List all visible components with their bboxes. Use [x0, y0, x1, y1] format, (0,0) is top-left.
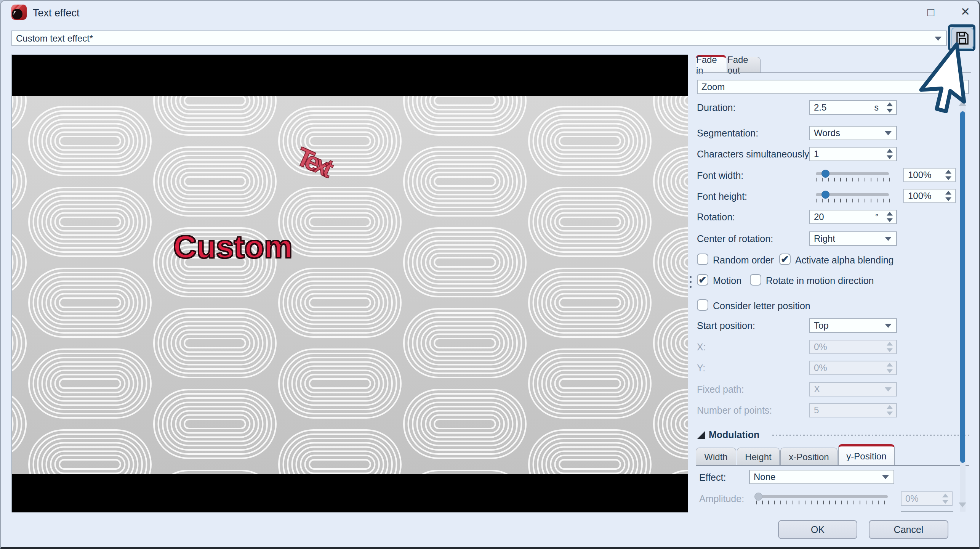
- x-spinner: 0%: [809, 340, 897, 354]
- preview-main-text: Custom: [173, 228, 293, 265]
- app-icon: [11, 5, 27, 20]
- chevron-down-icon: [885, 324, 892, 328]
- center-of-rotation-combobox[interactable]: Right: [809, 231, 897, 246]
- rotate-motion-checkbox[interactable]: [750, 274, 761, 286]
- amplitude-value: 0%: [905, 493, 919, 504]
- number-points-label: Number of points:: [697, 405, 772, 416]
- font-height-label: Font height:: [697, 191, 747, 202]
- scrollbar-thumb[interactable]: [960, 111, 965, 463]
- segmentation-value: Words: [814, 128, 840, 138]
- font-width-ticks: [816, 178, 890, 181]
- alpha-blending-label: Activate alpha blending: [795, 255, 894, 266]
- spinner-arrows-icon[interactable]: [887, 149, 893, 159]
- rotation-label: Rotation:: [697, 212, 735, 223]
- tab-height[interactable]: Height: [737, 448, 780, 466]
- tab-width[interactable]: Width: [696, 448, 736, 466]
- font-width-value: 100%: [908, 170, 931, 180]
- modulation-tab-strip-line: [696, 465, 969, 466]
- y-label: Y:: [697, 363, 705, 374]
- segmentation-combobox[interactable]: Words: [809, 126, 897, 140]
- maximize-icon[interactable]: □: [927, 6, 934, 18]
- font-height-slider-thumb[interactable]: [821, 191, 829, 199]
- characters-label: Characters simultaneously:: [697, 149, 812, 160]
- start-position-value: Top: [814, 320, 829, 331]
- close-icon[interactable]: ✕: [961, 6, 970, 18]
- y-value: 0%: [814, 363, 827, 373]
- fixed-path-value: X: [814, 384, 820, 395]
- font-height-spinner[interactable]: 100%: [903, 189, 956, 203]
- font-width-spinner[interactable]: 100%: [903, 168, 956, 182]
- spinner-arrows-icon: [942, 494, 948, 504]
- chevron-down-icon: [885, 131, 892, 135]
- splitter-handle[interactable]: [690, 276, 692, 288]
- letter-position-label: Consider letter position: [713, 300, 810, 311]
- chevron-down-icon: [885, 237, 892, 241]
- preset-value: Custom text effect*: [16, 33, 93, 44]
- tab-x-position[interactable]: x-Position: [780, 448, 837, 466]
- amplitude-label: Amplitude:: [699, 493, 744, 504]
- duration-label: Duration:: [697, 102, 735, 113]
- spinner-arrows-icon[interactable]: [945, 170, 951, 180]
- spinner-arrows-icon[interactable]: [887, 212, 893, 222]
- tab-fade-in[interactable]: Fade in: [696, 55, 726, 73]
- motion-checkbox[interactable]: ✔: [697, 274, 708, 286]
- modulation-dotted-line: [772, 435, 969, 436]
- collapse-triangle-icon[interactable]: [697, 431, 705, 439]
- fixed-path-combobox: X: [809, 382, 897, 396]
- x-value: 0%: [814, 342, 827, 352]
- cancel-button[interactable]: Cancel: [869, 520, 948, 539]
- modulation-header[interactable]: Modulation: [709, 429, 759, 440]
- tab-y-position[interactable]: y-Position: [838, 444, 895, 466]
- font-height-ticks: [816, 199, 890, 202]
- scrollbar-down-icon[interactable]: [959, 502, 966, 507]
- random-order-checkbox[interactable]: [697, 254, 708, 265]
- rotation-unit: °: [875, 212, 879, 222]
- fixed-path-label: Fixed path:: [697, 384, 744, 395]
- characters-value: 1: [814, 149, 819, 159]
- modulation-effect-label: Effect:: [699, 472, 726, 483]
- duration-value: 2.5: [814, 102, 826, 113]
- start-position-combobox[interactable]: Top: [809, 318, 897, 333]
- text-effect-dialog: Text effect □ ✕ Custom text effect*: [0, 0, 980, 549]
- amplitude-slider: [755, 495, 888, 498]
- ok-button[interactable]: OK: [778, 520, 857, 539]
- chevron-down-icon: [885, 387, 892, 392]
- spinner-arrows-icon[interactable]: [945, 191, 951, 201]
- rotation-spinner[interactable]: 20 °: [809, 210, 897, 224]
- center-of-rotation-value: Right: [814, 233, 835, 244]
- segmentation-label: Segmentation:: [697, 128, 758, 139]
- preset-combobox[interactable]: Custom text effect*: [11, 30, 947, 46]
- font-width-label: Font width:: [697, 170, 743, 181]
- letter-position-checkbox[interactable]: [697, 299, 708, 311]
- number-points-value: 5: [814, 405, 819, 416]
- modulation-effect-combobox[interactable]: None: [749, 470, 894, 484]
- amplitude-slider-thumb: [754, 493, 762, 501]
- start-position-label: Start position:: [697, 320, 755, 331]
- spinner-arrows-icon: [887, 342, 893, 352]
- window-title: Text effect: [33, 7, 80, 19]
- panel-bottom-divider: [901, 511, 953, 512]
- spinner-arrows-icon[interactable]: [887, 103, 893, 113]
- characters-spinner[interactable]: 1: [809, 147, 897, 161]
- duration-spinner[interactable]: 2.5 s: [809, 100, 897, 115]
- preview-background-pattern: Custom Text: [12, 96, 688, 474]
- random-order-label: Random order: [713, 255, 774, 266]
- rotation-value: 20: [814, 212, 824, 222]
- amplitude-ticks: [756, 501, 889, 504]
- amplitude-spinner: 0%: [901, 491, 953, 506]
- duration-unit: s: [874, 103, 879, 113]
- spinner-arrows-icon: [887, 363, 893, 373]
- mouse-cursor-icon: [904, 39, 980, 127]
- spinner-arrows-icon: [887, 405, 893, 416]
- letterbox-bottom: [12, 474, 688, 512]
- preview-canvas: Custom Text: [11, 55, 688, 512]
- alpha-blending-checkbox[interactable]: ✔: [779, 254, 791, 265]
- letterbox-top: [12, 55, 688, 96]
- font-width-slider-thumb[interactable]: [821, 170, 829, 178]
- font-height-value: 100%: [908, 191, 931, 201]
- rotate-motion-label: Rotate in motion direction: [766, 275, 874, 286]
- number-points-spinner: 5: [809, 403, 897, 417]
- effect-preset-value: Zoom: [701, 82, 725, 92]
- motion-label: Motion: [713, 275, 741, 286]
- tab-fade-out[interactable]: Fade out: [727, 57, 761, 73]
